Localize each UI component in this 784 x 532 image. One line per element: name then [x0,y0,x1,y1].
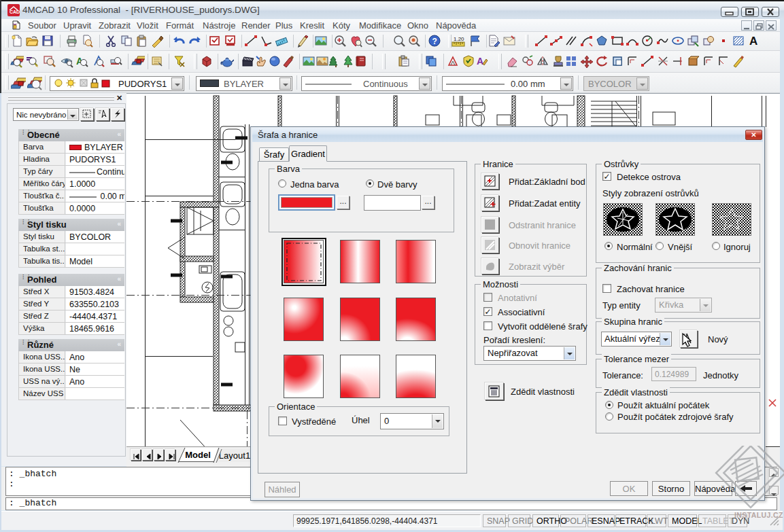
svg-text:CAD: CAD [10,10,20,14]
svg-text:1.20: 1.20 [454,36,464,42]
svg-text:A: A [477,56,483,67]
svg-text:INSTALUJ.CZ: INSTALUJ.CZ [734,511,783,519]
svg-text:?: ? [432,37,437,46]
svg-text:A: A [749,35,757,48]
